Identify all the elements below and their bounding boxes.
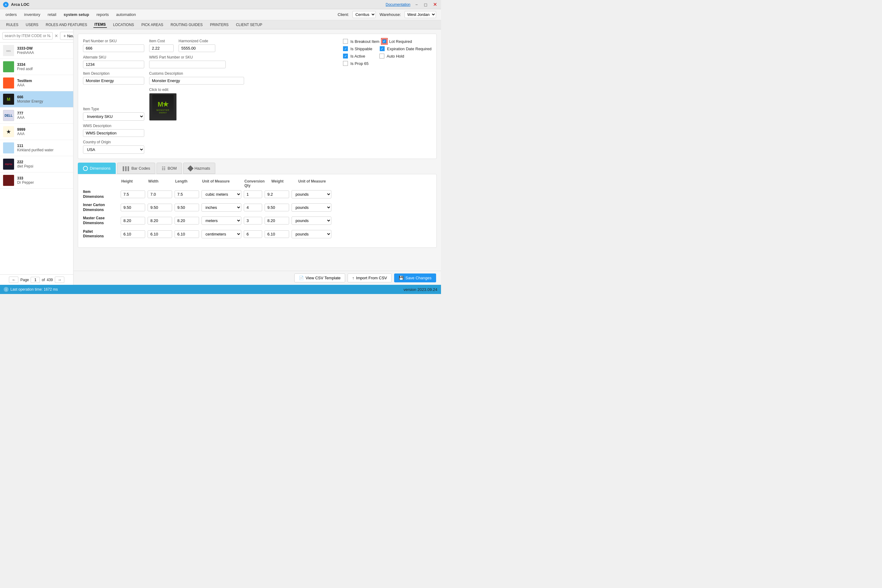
sub-nav-items[interactable]: ITEMS: [93, 22, 107, 28]
auto-hold-checkbox[interactable]: [380, 54, 384, 58]
item-type-select[interactable]: Inventory SKU: [83, 112, 144, 121]
harmonized-code-label: Harmonized Code: [178, 39, 215, 43]
pallet-height[interactable]: [121, 230, 145, 238]
inner-carton-conv-qty[interactable]: [244, 204, 262, 212]
item-cost-input[interactable]: [149, 44, 174, 52]
pallet-uom[interactable]: centimeters cubic meters inches meters: [201, 230, 242, 238]
pallet-length[interactable]: [175, 230, 199, 238]
list-item[interactable]: 3334 Fred asdf: [0, 59, 73, 75]
master-case-weight[interactable]: [265, 217, 289, 225]
import-icon: ↑: [352, 276, 354, 280]
list-item[interactable]: 333 Dr Pepper: [0, 172, 73, 189]
tab-hazmats[interactable]: Hazmats: [183, 163, 215, 174]
master-case-length[interactable]: [175, 217, 199, 225]
sub-nav-locations[interactable]: LOCATIONS: [112, 22, 135, 28]
version-label: version 2023.09.24: [404, 287, 437, 292]
diamond-icon: [188, 165, 194, 171]
master-case-width[interactable]: [148, 217, 172, 225]
inner-carton-weight[interactable]: [265, 204, 289, 212]
lot-required-checkbox[interactable]: ✓: [382, 39, 387, 44]
minimize-button[interactable]: −: [413, 2, 420, 8]
search-input[interactable]: [3, 32, 52, 39]
master-case-conv-qty[interactable]: [244, 217, 262, 225]
is-breakout-item-checkbox[interactable]: [343, 39, 348, 44]
item-name: Monster Energy: [17, 99, 43, 104]
documentation-link[interactable]: Documentation: [386, 3, 410, 7]
item-info: TestItem AAA: [17, 79, 32, 87]
pallet-width[interactable]: [148, 230, 172, 238]
item-dim-uom[interactable]: cubic meters inches meters centimeters: [201, 190, 242, 198]
list-item[interactable]: M 666 Monster Energy: [0, 91, 73, 108]
warehouse-select[interactable]: West Jordan: [405, 11, 436, 18]
list-item[interactable]: IMG 3333-DW FreshAAA: [0, 43, 73, 59]
import-from-csv-button[interactable]: ↑ Import From CSV: [348, 273, 392, 282]
item-photo-button[interactable]: M★ MONSTER ENERGY: [149, 93, 177, 121]
part-number-input[interactable]: [83, 44, 144, 52]
nav-inventory[interactable]: inventory: [24, 11, 41, 18]
sub-nav-routing[interactable]: ROUTING GUIDES: [170, 22, 204, 28]
list-item[interactable]: PEPSI 222 diet Pepsi: [0, 156, 73, 172]
item-dim-conv-qty[interactable]: [244, 190, 262, 198]
is-active-checkbox[interactable]: ✓: [343, 54, 348, 58]
nav-reports[interactable]: reports: [96, 11, 110, 18]
page-number-input[interactable]: [31, 277, 40, 283]
expiration-date-checkbox[interactable]: ✓: [380, 46, 385, 51]
tab-barcodes[interactable]: ‖‖‖ Bar Codes: [117, 163, 155, 174]
item-code: 111: [17, 144, 54, 148]
list-item[interactable]: 111 Kirkland purified water: [0, 140, 73, 156]
is-shippable-label: Is Shippable: [350, 46, 372, 51]
tab-dimensions[interactable]: Dimensions: [78, 163, 116, 174]
is-shippable-checkbox[interactable]: ✓: [343, 46, 348, 51]
sub-nav-printers[interactable]: PRINTERS: [209, 22, 230, 28]
view-csv-button[interactable]: 📄 View CSV Template: [294, 273, 345, 282]
pallet-weight[interactable]: [265, 230, 289, 238]
is-prop65-checkbox[interactable]: [343, 61, 348, 66]
search-clear-icon[interactable]: ✕: [54, 33, 58, 38]
sub-nav-pick-areas[interactable]: PICK AREAS: [140, 22, 165, 28]
next-page-button[interactable]: →: [55, 276, 64, 283]
nav-orders[interactable]: orders: [5, 11, 18, 18]
item-dim-weight[interactable]: [265, 190, 289, 198]
client-select[interactable]: Cerritus: [352, 11, 376, 18]
wms-desc-input[interactable]: [83, 129, 144, 137]
inner-carton-width[interactable]: [148, 204, 172, 212]
sub-nav-client-setup[interactable]: CLIENT SETUP: [235, 22, 263, 28]
alternate-sku-input[interactable]: [83, 61, 144, 68]
sub-nav-rules[interactable]: RULES: [5, 22, 20, 28]
pallet-conv-qty[interactable]: [244, 230, 262, 238]
list-item[interactable]: DELL 777 AAA: [0, 108, 73, 124]
save-changes-button[interactable]: 💾 Save Changes: [394, 273, 436, 282]
item-desc-input[interactable]: [83, 77, 144, 84]
inner-carton-length[interactable]: [175, 204, 199, 212]
list-item[interactable]: ★ 9999 AAA: [0, 124, 73, 140]
item-dim-weight-uom[interactable]: pounds kilograms: [291, 190, 332, 198]
master-case-weight-uom[interactable]: pounds kilograms: [291, 216, 332, 225]
item-dim-length[interactable]: [175, 190, 199, 198]
item-dimensions-row: ItemDimensions cubic meters inches meter…: [83, 190, 432, 199]
inner-carton-weight-uom[interactable]: pounds kilograms: [291, 203, 332, 212]
item-info: 3333-DW FreshAAA: [17, 46, 34, 55]
sub-nav-roles[interactable]: ROLES AND FEATURES: [44, 22, 88, 28]
master-case-uom[interactable]: meters cubic meters inches centimeters: [201, 216, 242, 225]
item-dim-height[interactable]: [121, 190, 145, 198]
wms-part-input[interactable]: [149, 61, 226, 68]
nav-system-setup[interactable]: system setup: [63, 11, 90, 18]
prev-page-button[interactable]: ←: [9, 276, 18, 283]
nav-automation[interactable]: automation: [116, 11, 136, 18]
list-item[interactable]: TestItem AAA: [0, 75, 73, 91]
item-dim-width[interactable]: [148, 190, 172, 198]
tab-bom[interactable]: ☷ BOM: [156, 163, 182, 174]
pallet-weight-uom[interactable]: pounds kilograms: [291, 230, 332, 238]
new-button[interactable]: + New: [60, 32, 74, 40]
inner-carton-height[interactable]: [121, 204, 145, 212]
maximize-button[interactable]: ◻: [423, 2, 429, 8]
harmonized-code-input[interactable]: [178, 44, 215, 52]
country-select[interactable]: USA: [83, 146, 144, 154]
is-active-check-icon: ✓: [344, 54, 347, 58]
customs-desc-input[interactable]: [149, 77, 244, 84]
master-case-height[interactable]: [121, 217, 145, 225]
close-button[interactable]: ✕: [432, 2, 438, 8]
inner-carton-uom[interactable]: inches cubic meters meters centimeters: [201, 203, 242, 212]
nav-retail[interactable]: retail: [47, 11, 57, 18]
sub-nav-users[interactable]: USERS: [24, 22, 39, 28]
